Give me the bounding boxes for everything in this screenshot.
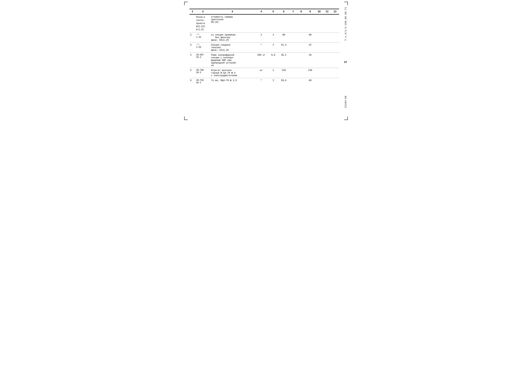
table-row: 5 20–70820-5 Агрегат вентиля-торный В-Ц4…	[190, 68, 339, 78]
cell-row5-col9: I39	[305, 68, 315, 78]
corner-tl	[184, 2, 188, 5]
cell-row0-col9	[305, 14, 315, 33]
col-header-4: 4	[254, 9, 268, 14]
cell-row6-col9: 60	[305, 78, 315, 85]
cell-row5-col7	[289, 68, 297, 78]
cell-row6-col2: 20–70420-I	[195, 78, 210, 85]
cell-row3-col5: I	[268, 42, 278, 53]
cell-row3-col3: Секция соедини-тельнаяЦена: 4IхI,25	[210, 42, 254, 53]
cell-row6-col6: 59,6	[278, 78, 289, 85]
cell-row0-col10	[315, 14, 323, 33]
side-text-top: Т.п.4/1-2-158.86 АЛ.71	[344, 7, 347, 41]
cell-row6-col11	[323, 78, 331, 85]
col-header-12: I2	[331, 9, 339, 14]
cell-row2-col9: 80	[305, 33, 315, 42]
cell-row5-col10	[315, 68, 323, 78]
table-row: 2 –"–п.42 а) секция приемная без фильтра…	[190, 33, 339, 42]
cell-row2-col8	[297, 33, 305, 42]
cell-row4-col12	[331, 53, 339, 68]
cell-row6-col5: I	[268, 78, 278, 85]
cell-row3-col8	[297, 42, 305, 53]
cell-row0-col7	[289, 14, 297, 33]
cell-row0-col5	[268, 14, 278, 33]
col-header-1: I	[190, 9, 195, 14]
col-header-10: IO	[315, 9, 323, 14]
cell-row4-col7	[289, 53, 297, 68]
cell-row3-col9: 5I	[305, 42, 315, 53]
cell-row4-col6: 36,I	[278, 53, 289, 68]
col-header-3: 3	[210, 9, 254, 14]
cell-row4-col11	[323, 53, 331, 68]
cell-row3-col1: 3	[190, 42, 195, 53]
col-header-7: 7	[289, 9, 297, 14]
cell-row2-col5: I	[268, 33, 278, 42]
cell-row2-col1: 2	[190, 33, 195, 42]
cell-row3-col6: 5I,3	[278, 42, 289, 53]
table-row: Реком-исантех-проектаАI2-2I2К=I,25 Стоим…	[190, 14, 339, 33]
cell-row0-col2: Реком-исантех-проектаАI2-2I2К=I,25	[195, 14, 210, 33]
cell-row5-col8	[297, 68, 305, 78]
cell-row0-col4	[254, 14, 268, 33]
cell-row2-col12	[331, 33, 339, 42]
cell-row4-col4: IOO кг	[254, 53, 268, 68]
cell-row0-col6	[278, 14, 289, 33]
cell-row5-col12	[331, 68, 339, 78]
cell-row0-col11	[323, 14, 331, 33]
cell-row6-col10	[315, 78, 323, 85]
side-number: 57	[344, 61, 347, 64]
cell-row4-col9: 29	[305, 53, 315, 68]
cell-row4-col1: 4	[190, 53, 195, 68]
corner-br	[344, 117, 348, 120]
corner-bl	[184, 117, 188, 120]
table-row: 6 20–70420-I То же, ВЦ4–70 № 2,5 " I 59,…	[190, 78, 339, 85]
cell-row2-col6: 80	[278, 33, 289, 42]
cell-row2-col10	[315, 33, 323, 42]
cell-row2-col7	[289, 33, 297, 42]
cell-row6-col3: То же, ВЦ4–70 № 2,5	[210, 78, 254, 85]
cell-row6-col8	[297, 78, 305, 85]
cell-row5-col6: I39	[278, 68, 289, 78]
col-header-5: 5	[268, 9, 278, 14]
cell-row6-col12	[331, 78, 339, 85]
cell-row3-col7	[289, 42, 297, 53]
cell-row5-col4: шт	[254, 68, 268, 78]
cell-row5-col11	[323, 68, 331, 78]
cell-row2-col2: –"–п.42	[195, 33, 210, 42]
cell-row4-col10	[315, 53, 323, 68]
table-row: 3 –"–п.55 Секция соедини-тельнаяЦена: 4I…	[190, 42, 339, 53]
cell-row4-col8	[297, 53, 305, 68]
col-header-2: 2	[195, 9, 210, 14]
side-text-bottom: 21294-06	[344, 96, 347, 108]
cell-row2-col3: а) секция приемная без фильтраЦена: 64хI…	[210, 33, 254, 42]
page: Т.п.4/1-2-158.86 АЛ.71 57 21294-06 I 2 3…	[182, 0, 350, 122]
cell-row0-col1	[190, 14, 195, 33]
cell-row5-col2: 20–70820-5	[195, 68, 210, 78]
cell-row5-col1: 5	[190, 68, 195, 78]
cell-row6-col1: 6	[190, 78, 195, 85]
corner-tr	[344, 2, 348, 5]
cell-row2-col4: I	[254, 33, 268, 42]
header-row: I 2 3 4 5 6 7 8 9 IO II I2	[190, 9, 339, 14]
col-header-6: 6	[278, 9, 289, 14]
cell-row0-col8	[297, 14, 305, 33]
cell-row3-col2: –"–п.55	[195, 42, 210, 53]
cell-row3-col11	[323, 42, 331, 53]
cell-row0-col3: Стоимость камерыприточнойПК-IO:	[210, 14, 254, 33]
col-header-8: 8	[297, 9, 305, 14]
cell-row4-col5: 0,8	[268, 53, 278, 68]
col-header-11: II	[323, 9, 331, 14]
cell-row3-col10	[315, 42, 323, 53]
cell-row6-col4: "	[254, 78, 268, 85]
cell-row5-col3: Агрегат вентиля-торный В-Ц4-70 № 5с элек…	[210, 68, 254, 78]
cell-row4-col2: 20–697I8-2	[195, 53, 210, 68]
cell-row6-col7	[289, 78, 297, 85]
main-table: I 2 3 4 5 6 7 8 9 IO II I2 Реком-исантех…	[190, 9, 339, 85]
col-header-9: 9	[305, 9, 315, 14]
table-row: 4 20–697I8-2 Рама калорифернойсекции с к…	[190, 53, 339, 68]
cell-row0-col12	[331, 14, 339, 33]
cell-row5-col5: I	[268, 68, 278, 78]
cell-row2-col11	[323, 33, 331, 42]
cell-row4-col3: Рама калорифернойсекции с каллори-феррам…	[210, 53, 254, 68]
cell-row3-col4: "	[254, 42, 268, 53]
cell-row3-col12	[331, 42, 339, 53]
